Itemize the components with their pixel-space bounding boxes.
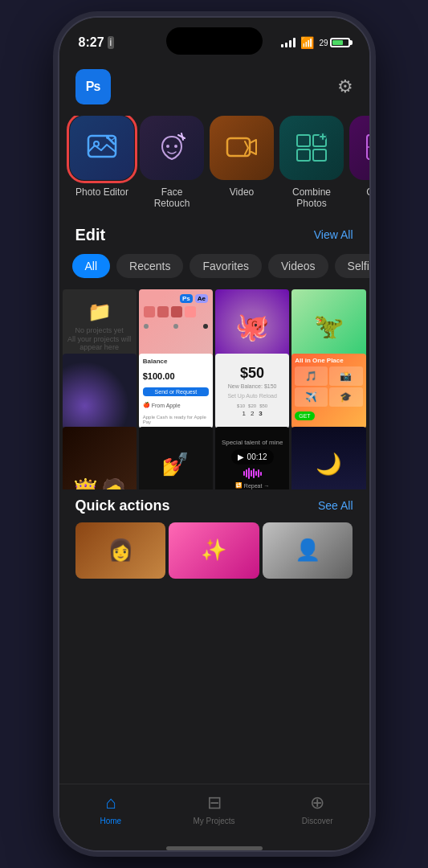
see-all-button[interactable]: See All xyxy=(318,499,353,512)
svg-rect-5 xyxy=(227,138,250,156)
tab-all[interactable]: All xyxy=(72,254,111,278)
nav-projects[interactable]: ⊟ My Projects xyxy=(162,792,266,825)
home-label: Home xyxy=(100,817,121,825)
info-badge: i xyxy=(108,36,115,49)
edit-section-header: Edit View All xyxy=(59,223,369,254)
selected-border xyxy=(67,116,137,183)
view-all-button[interactable]: View All xyxy=(314,228,353,241)
combine-icon-box xyxy=(279,116,344,180)
video-icon-box xyxy=(210,116,274,180)
grid-item-dark-abstract[interactable] xyxy=(63,354,137,428)
grid-item-monster2[interactable]: 🦖 xyxy=(291,289,365,363)
tab-recents[interactable]: Recents xyxy=(116,254,183,278)
tab-videos[interactable]: Videos xyxy=(268,254,328,278)
quick-header: Quick actions See All xyxy=(75,497,353,514)
quick-actions-section: Quick actions See All 👩 ✨ 👤 xyxy=(59,489,369,583)
face-retouch-label: FaceRetouch xyxy=(154,186,190,210)
folder-icon: 📁 xyxy=(88,301,112,323)
combine-label: CombinePhotos xyxy=(292,186,331,210)
video-svg xyxy=(224,130,259,166)
grid-item-money[interactable]: $50 New Balance: $150 Set Up Auto Reload… xyxy=(215,354,289,428)
face-retouch-svg xyxy=(154,130,190,166)
ae-badge: Ae xyxy=(195,294,208,303)
settings-button[interactable]: ⚙ xyxy=(337,76,353,97)
battery-container: 29 xyxy=(319,38,349,47)
quick-item-portrait[interactable]: 👤 xyxy=(263,522,353,579)
photo-grid: 📁 No projects yetAll your projects will … xyxy=(59,289,369,489)
dynamic-island xyxy=(166,27,263,55)
video-label: Video xyxy=(230,186,254,198)
collage-svg xyxy=(364,130,369,166)
ps-logo[interactable]: Ps xyxy=(75,69,111,104)
grid-item-wallet[interactable]: Balance $100.00 Send or Request 🍎From Ap… xyxy=(139,354,213,428)
nav-discover[interactable]: ⊕ Discover xyxy=(266,792,369,825)
status-icons: 📶 29 xyxy=(281,36,349,49)
quick-item-sparkle[interactable]: ✨ xyxy=(169,522,259,579)
tab-selfies[interactable]: Selfies xyxy=(335,254,369,278)
photo-editor-icon-box xyxy=(70,116,134,180)
grid-item-dark3[interactable]: 🌙 xyxy=(291,427,365,489)
time-text: 8:27 xyxy=(79,35,104,50)
wifi-icon: 📶 xyxy=(300,36,314,49)
svg-rect-9 xyxy=(313,149,326,161)
app-header: Ps ⚙ xyxy=(59,58,369,116)
empty-label: No projects yetAll your projects will ap… xyxy=(63,326,137,352)
battery-icon xyxy=(330,38,350,47)
tool-face-retouch[interactable]: FaceRetouch xyxy=(142,116,202,210)
collage-label: Colla... xyxy=(366,186,369,198)
home-indicator xyxy=(166,846,263,850)
tool-photo-editor[interactable]: Photo Editor xyxy=(72,116,132,210)
svg-point-3 xyxy=(166,145,169,148)
quick-grid: 👩 ✨ 👤 xyxy=(75,522,353,579)
grid-item-pink-card[interactable]: Ps Ae xyxy=(139,289,213,363)
app-content: Ps ⚙ Photo Editor xyxy=(59,58,369,850)
tool-video[interactable]: Video xyxy=(212,116,272,210)
grid-item-audio[interactable]: Special talent of mine ▶00:12 🔁Repeat → xyxy=(215,427,289,489)
discover-label: Discover xyxy=(302,817,333,825)
edit-title: Edit xyxy=(75,226,106,244)
grid-item-empty[interactable]: 📁 No projects yetAll your projects will … xyxy=(63,289,137,363)
battery-percent: 29 xyxy=(319,39,328,47)
quick-item-face[interactable]: 👩 xyxy=(75,522,166,579)
grid-item-nails[interactable]: 💅 xyxy=(139,427,213,489)
tools-row: Photo Editor FaceRetouch xyxy=(59,116,369,223)
grid-item-monster1[interactable]: 🐙 xyxy=(215,289,289,363)
quick-title: Quick actions xyxy=(75,497,170,514)
photo-editor-label: Photo Editor xyxy=(75,186,128,198)
projects-label: My Projects xyxy=(193,817,234,825)
filter-tabs: All Recents Favorites Videos Selfies xyxy=(59,254,369,289)
grid-item-people[interactable]: 👸🧔 xyxy=(63,427,137,489)
home-icon: ⌂ xyxy=(105,792,116,813)
tab-favorites[interactable]: Favorites xyxy=(190,254,262,278)
tool-collage[interactable]: Colla... xyxy=(352,116,369,210)
phone-frame: 8:27 i 📶 29 Ps ⚙ xyxy=(58,16,371,852)
grid-item-collage-app[interactable]: All in One Place 🎵 📸 ✈️ 🎓 GET xyxy=(291,354,365,428)
discover-icon: ⊕ xyxy=(310,792,324,813)
projects-icon: ⊟ xyxy=(207,792,222,813)
bottom-nav: ⌂ Home ⊟ My Projects ⊕ Discover xyxy=(59,784,369,841)
tool-combine-photos[interactable]: CombinePhotos xyxy=(282,116,342,210)
svg-point-4 xyxy=(174,145,177,148)
ps-badge: Ps xyxy=(180,294,193,303)
face-retouch-icon-box xyxy=(140,116,204,180)
signal-icon xyxy=(281,38,296,47)
combine-svg xyxy=(294,130,329,166)
nav-home[interactable]: ⌂ Home xyxy=(59,792,163,825)
status-time: 8:27 i xyxy=(79,35,115,50)
svg-rect-8 xyxy=(297,149,310,161)
collage-icon-box xyxy=(349,116,369,180)
svg-rect-6 xyxy=(297,135,310,146)
